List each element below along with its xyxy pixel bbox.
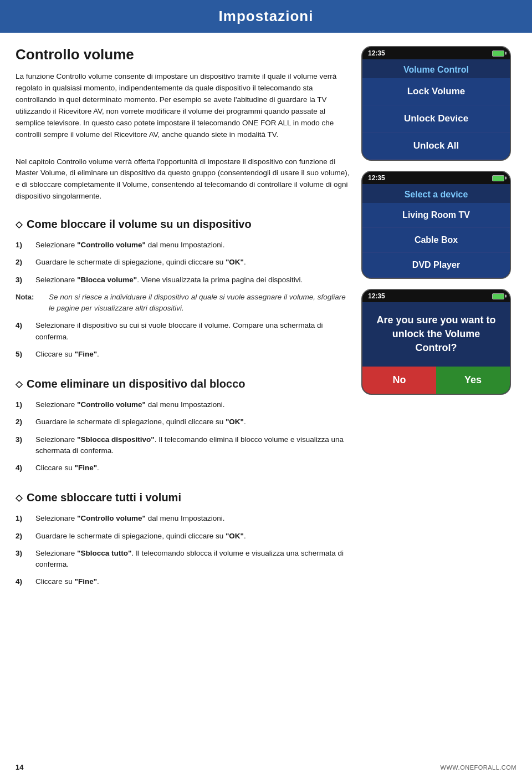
step-num: 3) [16,548,35,559]
phone-confirm-text: Are you sure you want to unlock the Volu… [362,302,510,367]
section-block-3: Come sbloccare tutti i volumi 1) Selezio… [16,491,350,587]
left-column: Controllo volume La funzione Controllo v… [16,46,350,606]
intro-paragraph-2: Nel capitolo Controllo volume verrà offe… [16,156,350,203]
list-item: 2) Guardare le schermate di spiegazione,… [16,416,350,428]
phone-confirm-buttons: No Yes [362,367,510,394]
list-item: 3) Selezionare "Blocca volume". Viene vi… [16,274,350,286]
phone-screen-title-1: Volume Control [362,59,510,78]
phone-battery-3 [492,293,504,299]
step-num: 3) [16,274,35,286]
steps-list-2: 1) Selezionare "Controllo volume" dal me… [16,399,350,474]
website-url: WWW.ONEFORALL.COM [441,764,516,771]
section-block-1: Come bloccare il volume su un dispositiv… [16,218,350,360]
phone-screen-1: Volume Control Lock Volume Unlock Device… [362,59,510,160]
section-title-2: Come eliminare un dispositivo dal blocco [16,378,350,390]
list-item: 1) Selezionare "Controllo volume" dal me… [16,399,350,410]
phone-title-text-2: Select a device [405,190,468,199]
list-item: 2) Guardare le schermate di spiegazione,… [16,531,350,542]
nota-label: Nota: [16,292,49,303]
battery-icon-2 [492,175,504,181]
page-number: 14 [16,763,23,771]
step-num: 1) [16,399,35,410]
list-item: 3) Selezionare "Sblocca tutto". Il telec… [16,548,350,571]
phone-mockup-1: 12:35 Volume Control Lock Volume Unlock … [361,46,511,161]
phone-time-2: 12:35 [368,174,385,182]
phone-time-3: 12:35 [368,292,385,300]
phone-title-text-1: Volume Control [403,65,469,74]
step-content: Cliccare su "Fine". [35,349,350,360]
phone-screen-3: Are you sure you want to unlock the Volu… [362,302,510,394]
step-content: Selezionare "Controllo volume" dal menu … [35,240,350,251]
step-content: Selezionare il dispositivo su cui si vuo… [35,320,350,343]
list-item: 4) Cliccare su "Fine". [16,576,350,587]
phone-time-1: 12:35 [368,49,385,57]
step-num: 4) [16,320,35,331]
phone-status-bar-2: 12:35 [362,172,510,184]
step-content: Selezionare "Controllo volume" dal menu … [35,513,350,524]
cable-box-button[interactable]: Cable Box [362,228,510,253]
step-content: Selezionare "Sblocca tutto". Il telecoma… [35,548,350,571]
step-content: Cliccare su "Fine". [35,462,350,474]
list-item: 1) Selezionare "Controllo volume" dal me… [16,513,350,524]
right-column: 12:35 Volume Control Lock Volume Unlock … [361,46,516,606]
step-num: 4) [16,576,35,587]
step-num: 2) [16,416,35,428]
phone-status-bar-1: 12:35 [362,47,510,59]
step-num: 4) [16,462,35,474]
phone-screen-2: Select a device Living Room TV Cable Box… [362,184,510,278]
page-title: Impostazioni [0,8,532,25]
step-num: 2) [16,531,35,542]
main-content: Controllo volume La funzione Controllo v… [0,33,532,617]
phone-status-bar-3: 12:35 [362,290,510,302]
unlock-all-button[interactable]: Unlock All [362,133,510,160]
living-room-tv-button[interactable]: Living Room TV [362,203,510,228]
phone-mockup-3: 12:35 Are you sure you want to unlock th… [361,289,511,395]
page-header: Impostazioni [0,0,532,33]
list-item: 4) Selezionare il dispositivo su cui si … [16,320,350,343]
phone-mockup-2: 12:35 Select a device Living Room TV Cab… [361,171,511,279]
step-num: 2) [16,257,35,268]
section-title-3: Come sbloccare tutti i volumi [16,491,350,504]
list-item: 1) Selezionare "Controllo volume" dal me… [16,240,350,251]
step-content: Cliccare su "Fine". [35,576,350,587]
step-content: Selezionare "Controllo volume" dal menu … [35,399,350,410]
yes-button[interactable]: Yes [436,367,510,394]
list-item: 2) Guardare le schermate di spiegazione,… [16,257,350,268]
nota-row: Nota: Se non si riesce a individuare il … [16,292,350,314]
lock-volume-button[interactable]: Lock Volume [362,78,510,105]
intro-paragraph-1: La funzione Controllo volume consente di… [16,71,350,141]
step-content: Guardare le schermate di spiegazione, qu… [35,257,350,268]
steps-list-1: 1) Selezionare "Controllo volume" dal me… [16,240,350,360]
list-item: 3) Selezionare "Sblocca dispositivo". Il… [16,434,350,457]
section-block-2: Come eliminare un dispositivo dal blocco… [16,378,350,474]
step-content: Guardare le schermate di spiegazione, qu… [35,416,350,428]
step-content: Selezionare "Sblocca dispositivo". Il te… [35,434,350,457]
phone-battery-2 [492,175,504,181]
step-num: 3) [16,434,35,445]
list-item: 5) Cliccare su "Fine". [16,349,350,360]
dvd-player-button[interactable]: DVD Player [362,253,510,278]
phone-battery-1 [492,50,504,57]
page-footer: 14 WWW.ONEFORALL.COM [16,763,516,771]
step-num: 1) [16,513,35,524]
battery-icon-1 [492,50,504,57]
section-title-1: Come bloccare il volume su un dispositiv… [16,218,350,231]
battery-icon-3 [492,293,504,299]
step-content: Selezionare "Blocca volume". Viene visua… [35,274,350,286]
main-section-title: Controllo volume [16,46,350,63]
nota-content: Se non si riesce a individuare il dispos… [49,292,350,314]
no-button[interactable]: No [362,367,436,394]
unlock-device-button[interactable]: Unlock Device [362,105,510,133]
step-content: Guardare le schermate di spiegazione, qu… [35,531,350,542]
steps-list-3: 1) Selezionare "Controllo volume" dal me… [16,513,350,587]
step-num: 1) [16,240,35,251]
phone-screen-title-2: Select a device [362,184,510,203]
list-item: 4) Cliccare su "Fine". [16,462,350,474]
step-num: 5) [16,349,35,360]
